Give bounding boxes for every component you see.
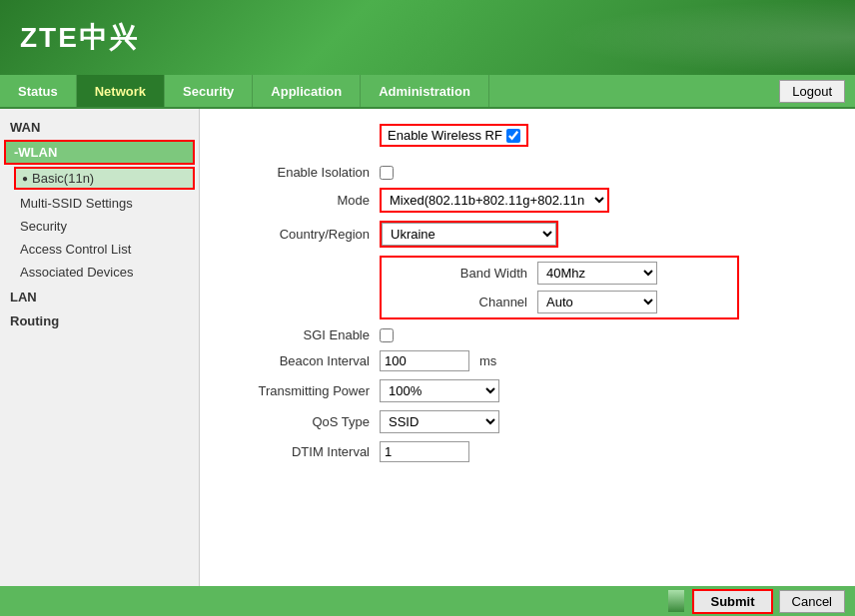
- navbar: Status Network Security Application Admi…: [0, 75, 855, 109]
- sidebar-item-security[interactable]: Security: [0, 215, 199, 238]
- main-area: WAN -WLAN ● Basic(11n) Multi-SSID Settin…: [0, 109, 855, 586]
- tab-administration[interactable]: Administration: [361, 75, 489, 107]
- tab-security[interactable]: Security: [165, 75, 253, 107]
- tab-network[interactable]: Network: [77, 75, 165, 107]
- logout-wrap: Logout: [769, 75, 855, 107]
- mode-wrap: Mixed(802.11b+802.11g+802.11n 802.11b on…: [380, 188, 609, 213]
- bandwidth-select[interactable]: 40Mhz 20Mhz: [537, 262, 657, 285]
- sidebar-group-routing: Routing: [0, 308, 199, 331]
- transmitting-wrap: 100% 75% 50% 25%: [380, 379, 499, 402]
- sgi-wrap: [380, 328, 394, 342]
- country-label: Country/Region: [220, 227, 380, 242]
- sidebar-item-basic11n[interactable]: ● Basic(11n): [14, 167, 195, 190]
- bullet-icon: ●: [22, 173, 28, 184]
- sidebar-wlan-label: -WLAN: [14, 145, 57, 160]
- sidebar-item-wlan[interactable]: -WLAN: [4, 140, 195, 165]
- zte-logo: ZTE中兴: [20, 19, 139, 57]
- channel-row: Channel Auto 1 6 11: [388, 291, 731, 313]
- sidebar-item-associated[interactable]: Associated Devices: [0, 261, 199, 284]
- sidebar-item-multissid[interactable]: Multi-SSID Settings: [0, 192, 199, 215]
- sidebar-group-wan: WAN: [0, 114, 199, 138]
- transmitting-select[interactable]: 100% 75% 50% 25%: [380, 379, 499, 402]
- enable-wireless-row: Enable Wireless RF: [220, 124, 835, 157]
- transmitting-label: Transmitting Power: [220, 383, 380, 398]
- footer-bar: Submit Cancel: [0, 586, 855, 616]
- sidebar-basic-label: Basic(11n): [32, 171, 94, 186]
- green-accent-left: [668, 590, 684, 612]
- sgi-row: SGI Enable: [220, 327, 835, 342]
- dtim-input[interactable]: [380, 441, 469, 462]
- bandwidth-channel-group: Band Width 40Mhz 20Mhz Channel Auto 1 6 …: [380, 256, 739, 319]
- country-wrap: Ukraine United States Germany: [380, 221, 558, 248]
- enable-isolation-checkbox[interactable]: [380, 166, 394, 180]
- beacon-wrap: ms: [380, 350, 496, 371]
- enable-isolation-wrap: [380, 166, 394, 180]
- enable-wireless-wrap: Enable Wireless RF: [380, 124, 528, 147]
- qos-label: QoS Type: [220, 414, 380, 429]
- sgi-checkbox[interactable]: [380, 328, 394, 342]
- country-row: Country/Region Ukraine United States Ger…: [220, 221, 835, 248]
- tab-application[interactable]: Application: [253, 75, 361, 107]
- tab-status[interactable]: Status: [0, 75, 77, 107]
- mode-label: Mode: [220, 193, 380, 208]
- sgi-label: SGI Enable: [220, 327, 380, 342]
- qos-select[interactable]: SSID WMM: [380, 410, 499, 433]
- dtim-label: DTIM Interval: [220, 444, 380, 459]
- content-area: Enable Wireless RF Enable Isolation Mode…: [200, 109, 855, 586]
- beacon-row: Beacon Interval ms: [220, 350, 835, 371]
- dtim-wrap: [380, 441, 469, 462]
- enable-isolation-row: Enable Isolation: [220, 165, 835, 180]
- sidebar: WAN -WLAN ● Basic(11n) Multi-SSID Settin…: [0, 109, 200, 586]
- transmitting-row: Transmitting Power 100% 75% 50% 25%: [220, 379, 835, 402]
- sidebar-group-lan: LAN: [0, 284, 199, 308]
- header: ZTE中兴: [0, 0, 855, 75]
- channel-select[interactable]: Auto 1 6 11: [537, 291, 657, 313]
- beacon-unit: ms: [479, 353, 496, 368]
- dtim-row: DTIM Interval: [220, 441, 835, 462]
- mode-row: Mode Mixed(802.11b+802.11g+802.11n 802.1…: [220, 188, 835, 213]
- beacon-label: Beacon Interval: [220, 353, 380, 368]
- submit-button[interactable]: Submit: [692, 589, 772, 614]
- mode-select[interactable]: Mixed(802.11b+802.11g+802.11n 802.11b on…: [380, 188, 609, 213]
- qos-row: QoS Type SSID WMM: [220, 410, 835, 433]
- bandwidth-row: Band Width 40Mhz 20Mhz: [388, 262, 731, 285]
- qos-wrap: SSID WMM: [380, 410, 499, 433]
- bandwidth-label: Band Width: [388, 266, 537, 281]
- enable-wireless-label: Enable Wireless RF: [388, 128, 502, 143]
- nav-tabs: Status Network Security Application Admi…: [0, 75, 769, 107]
- enable-isolation-label: Enable Isolation: [220, 165, 380, 180]
- logout-button[interactable]: Logout: [779, 80, 845, 103]
- channel-label: Channel: [388, 295, 537, 309]
- cancel-button[interactable]: Cancel: [779, 590, 845, 613]
- enable-wireless-checkbox[interactable]: [506, 129, 520, 143]
- sidebar-item-acl[interactable]: Access Control List: [0, 238, 199, 261]
- beacon-input[interactable]: [380, 350, 469, 371]
- country-select[interactable]: Ukraine United States Germany: [382, 223, 556, 246]
